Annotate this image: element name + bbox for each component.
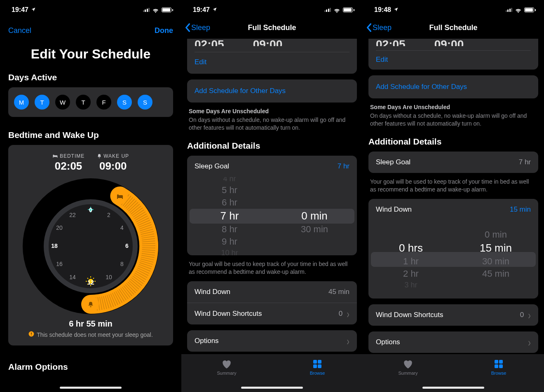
battery-icon <box>343 7 354 12</box>
modal-nav: Cancel Done <box>0 17 181 39</box>
svg-text:4: 4 <box>120 224 124 231</box>
svg-text:6: 6 <box>125 243 129 249</box>
svg-text:14: 14 <box>69 274 76 280</box>
days-active-label: Days Active <box>0 72 181 87</box>
sleep-goal-card[interactable]: Sleep Goal 7 hr <box>368 152 538 173</box>
wifi-icon <box>515 7 522 13</box>
add-schedule-card[interactable]: Add Schedule for Other Days <box>187 79 357 103</box>
status-time: 19:47 <box>193 6 210 14</box>
location-icon <box>212 6 217 14</box>
svg-line-10 <box>87 278 88 279</box>
add-schedule-card[interactable]: Add Schedule for Other Days <box>368 75 538 98</box>
bedtime-value: 02:05 <box>52 160 84 173</box>
svg-text:12: 12 <box>87 279 94 286</box>
bed-icon <box>52 154 58 158</box>
chevron-right-icon: › <box>347 335 349 347</box>
svg-rect-33 <box>495 360 498 364</box>
additional-details-header: Additional Details <box>181 132 363 156</box>
wind-down-card: Wind Down 15 min 0 hrs 1 hr 2 hr 3 hr 0 … <box>368 199 538 299</box>
minutes-picker-col[interactable]: 0 min 15 min 30 min 45 min <box>453 220 538 299</box>
hours-picker-col[interactable]: 4 hr 5 hr 6 hr 7 hr 8 hr 9 hr 10 hr <box>187 177 272 255</box>
schedule-times: 02:0509:00 <box>368 39 538 46</box>
svg-rect-30 <box>318 360 321 364</box>
day-thu[interactable]: T <box>76 95 91 110</box>
svg-text:20: 20 <box>56 224 63 231</box>
day-sat[interactable]: S <box>117 95 132 110</box>
back-button[interactable]: Sleep <box>185 23 210 32</box>
screen-full-schedule-goal: 19:47 Sleep Full Schedule 02:0509:00 Edi… <box>181 0 363 392</box>
alarm-options-label: Alarm Options <box>0 345 181 372</box>
tab-bar: Summary Browse <box>363 354 544 392</box>
location-icon <box>31 6 36 14</box>
svg-text:0: 0 <box>89 207 92 213</box>
options-row[interactable]: Options › <box>187 330 357 352</box>
chevron-left-icon <box>366 23 372 32</box>
back-button[interactable]: Sleep <box>366 23 392 32</box>
wind-down-shortcuts-row[interactable]: Wind Down Shortcuts 0› <box>368 304 538 326</box>
options-card[interactable]: Options › <box>187 330 357 352</box>
wind-down-picker[interactable]: 0 hrs 1 hr 2 hr 3 hr 0 min 15 min 30 min… <box>368 220 538 299</box>
status-time: 19:48 <box>374 6 391 14</box>
svg-rect-28 <box>31 335 32 335</box>
home-indicator[interactable] <box>241 387 303 389</box>
sleep-goal-picker[interactable]: 4 hr 5 hr 6 hr 7 hr 8 hr 9 hr 10 hr 0 mi… <box>187 177 357 255</box>
nav-bar: Sleep Full Schedule <box>181 17 363 39</box>
wind-down-row[interactable]: Wind Down 45 min <box>187 281 357 303</box>
bedtime-label: BEDTIME <box>52 153 84 159</box>
options-row[interactable]: Options › <box>368 331 538 353</box>
grid-icon <box>312 359 322 369</box>
wind-down-row[interactable]: Wind Down 15 min <box>368 199 538 220</box>
cancel-button[interactable]: Cancel <box>8 26 31 35</box>
bedtime-section-label: Bedtime and Wake Up <box>0 117 181 145</box>
add-schedule-link[interactable]: Add Schedule for Other Days <box>187 79 357 103</box>
edit-link[interactable]: Edit <box>368 51 538 70</box>
home-indicator[interactable] <box>60 387 122 389</box>
additional-details-header: Additional Details <box>363 128 544 152</box>
sleep-clock-dial[interactable]: 0 2 4 6 8 10 12 14 16 18 20 22 <box>23 178 159 314</box>
svg-text:8: 8 <box>120 261 124 267</box>
bedtime-card: BEDTIME 02:05 WAKE UP 09:00 <box>8 145 173 345</box>
day-fri[interactable]: F <box>96 95 111 110</box>
shortcuts-card[interactable]: Wind Down Shortcuts 0› <box>368 304 538 326</box>
cell-signal-icon <box>324 8 331 12</box>
sleep-goal-row[interactable]: Sleep Goal 7 hr <box>368 152 538 173</box>
battery-icon <box>524 7 536 12</box>
options-card[interactable]: Options › <box>368 331 538 353</box>
goal-caption: Your goal will be used to keep track of … <box>363 173 544 199</box>
goal-caption: Your goal will be used to keep track of … <box>181 255 363 282</box>
unscheduled-caption: Some Days Are Unscheduled On days withou… <box>363 98 544 128</box>
unscheduled-caption: Some Days Are Unscheduled On days withou… <box>181 103 363 132</box>
svg-rect-35 <box>495 364 498 368</box>
warning-icon <box>28 331 34 338</box>
chevron-left-icon <box>185 23 190 32</box>
tab-bar: Summary Browse <box>181 354 363 392</box>
wakeup-label: WAKE UP <box>97 153 129 159</box>
location-icon <box>394 6 399 14</box>
svg-text:18: 18 <box>51 243 58 249</box>
schedule-card: 02:0509:00 Edit <box>368 39 538 70</box>
edit-link[interactable]: Edit <box>187 52 357 74</box>
days-active-card: M T W T F S S <box>8 87 173 117</box>
day-mon[interactable]: M <box>14 95 29 110</box>
svg-rect-32 <box>318 364 321 368</box>
status-bar: 19:47 <box>181 0 363 17</box>
home-indicator[interactable] <box>422 387 484 389</box>
schedule-card: 02:0509:00 Edit <box>187 39 357 74</box>
nav-bar: Sleep Full Schedule <box>363 17 544 39</box>
day-sun[interactable]: S <box>138 95 152 110</box>
day-tue[interactable]: T <box>35 95 49 110</box>
add-schedule-link[interactable]: Add Schedule for Other Days <box>368 75 538 98</box>
sleep-goal-row[interactable]: Sleep Goal 7 hr <box>187 156 357 177</box>
cell-signal-icon <box>143 8 150 12</box>
cell-signal-icon <box>506 8 513 12</box>
day-wed[interactable]: W <box>55 95 70 110</box>
wind-down-shortcuts-row[interactable]: Wind Down Shortcuts 0› <box>187 303 357 324</box>
svg-rect-29 <box>313 360 317 364</box>
heart-icon <box>221 359 232 369</box>
hours-picker-col[interactable]: 0 hrs 1 hr 2 hr 3 hr <box>368 220 453 299</box>
wind-down-card: Wind Down 45 min Wind Down Shortcuts 0› <box>187 281 357 324</box>
sleep-duration: 6 hr 55 min <box>69 319 113 329</box>
status-bar: 19:47 <box>0 0 181 17</box>
minutes-picker-col[interactable]: 0 min 30 min <box>272 177 357 255</box>
done-button[interactable]: Done <box>155 26 173 35</box>
